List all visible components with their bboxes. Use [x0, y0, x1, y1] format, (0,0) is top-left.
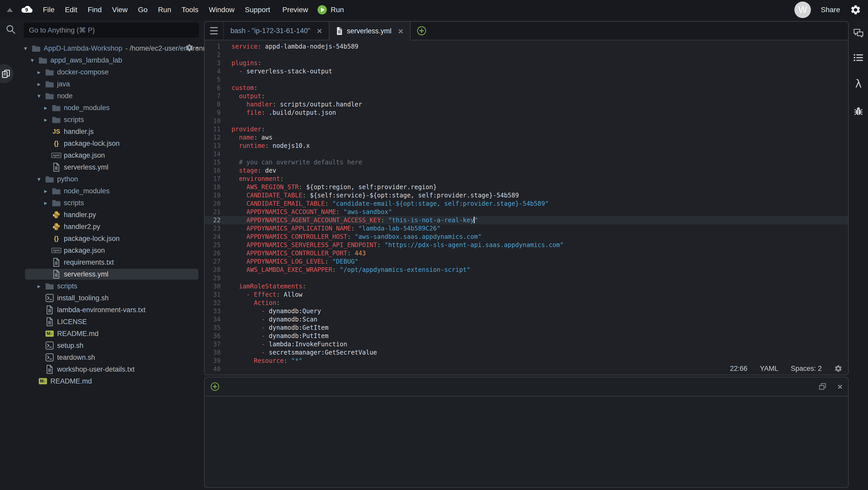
caret-open-icon[interactable]: ▾ [37, 93, 45, 99]
code-line-38[interactable]: 38 - secretsmanager:GetSecretValue [205, 348, 848, 357]
tree-item-teardown-sh[interactable]: teardown.sh [0, 351, 204, 363]
code-line-1[interactable]: 1service: appd-lambda-nodejs-54b589 [205, 42, 848, 51]
code-line-20[interactable]: 20 CANDIDATE_EMAIL_TABLE: "candidate-ema… [205, 200, 848, 208]
caret-closed-icon[interactable]: ▸ [44, 116, 52, 123]
code-line-17[interactable]: 17 environment: [205, 175, 848, 183]
tree-item-node-modules[interactable]: ▸node_modules [0, 102, 204, 114]
menu-item-window[interactable]: Window [204, 6, 240, 14]
tree-item-java[interactable]: ▸java [0, 78, 204, 90]
restore-panel-button[interactable] [818, 382, 827, 391]
code-line-6[interactable]: 6custom: [205, 84, 848, 92]
collapse-triangle-icon[interactable] [7, 8, 13, 12]
tree-item-node-modules[interactable]: ▸node_modules [0, 185, 204, 197]
code-line-15[interactable]: 15 # you can overwrite defaults here [205, 158, 848, 166]
close-icon[interactable]: × [317, 26, 322, 35]
code-line-23[interactable]: 23 APPDYNAMICS_APPLICATION_NAME: "lambda… [205, 224, 848, 233]
menu-item-go[interactable]: Go [133, 6, 153, 14]
code-line-14[interactable]: 14 [205, 150, 848, 158]
tree-item-scripts[interactable]: ▸scripts [0, 197, 204, 209]
code-line-8[interactable]: 8 handler: scripts/output.handler [205, 100, 848, 109]
tree-item-workshop-user-details-txt[interactable]: workshop-user-details.txt [0, 363, 204, 375]
add-console-tab-button[interactable] [210, 382, 220, 391]
tree-item-scripts[interactable]: ▸scripts [0, 114, 204, 126]
code-line-9[interactable]: 9 file: .build/output.json [205, 109, 848, 117]
tree-item-install-tooling-sh[interactable]: install_tooling.sh [0, 292, 204, 304]
code-line-18[interactable]: 18 AWS_REGION_STR: ${opt:region, self:pr… [205, 183, 848, 191]
tree-item-handler2-py[interactable]: handler2.py [0, 221, 204, 233]
tree-item-setup-sh[interactable]: setup.sh [0, 340, 204, 351]
tree-item-package-json[interactable]: npmpackage.json [0, 244, 204, 256]
caret-open-icon[interactable]: ▾ [31, 57, 38, 64]
share-button[interactable]: Share [821, 6, 840, 14]
tree-item-requirements-txt[interactable]: requirements.txt [0, 256, 204, 268]
menu-item-run[interactable]: Run [153, 6, 176, 14]
code-line-10[interactable]: 10 [205, 117, 848, 125]
code-line-13[interactable]: 13 runtime: nodejs10.x [205, 142, 848, 150]
caret-closed-icon[interactable]: ▸ [37, 69, 45, 76]
code-line-30[interactable]: 30 iamRoleStatements: [205, 282, 848, 290]
outline-icon[interactable] [853, 53, 864, 62]
close-icon[interactable]: × [398, 27, 403, 35]
tree-item-readme-md[interactable]: M↓README.md [0, 375, 204, 387]
syntax-mode[interactable]: YAML [760, 365, 778, 373]
caret-closed-icon[interactable]: ▸ [44, 104, 52, 112]
tree-item-serverless-yml[interactable]: serverless.yml [0, 161, 204, 173]
console-body[interactable] [205, 396, 848, 488]
debugger-bug-icon[interactable] [854, 106, 863, 116]
code-line-35[interactable]: 35 - dynamodb:GetItem [205, 324, 848, 332]
code-line-21[interactable]: 21 APPDYNAMICS_ACCOUNT_NAME: "aws-sandbo… [205, 208, 848, 216]
tree-item-license[interactable]: LICENSE [0, 316, 204, 328]
code-line-34[interactable]: 34 - dynamodb:Scan [205, 315, 848, 324]
code-line-29[interactable]: 29 [205, 274, 848, 282]
code-line-2[interactable]: 2 [205, 51, 848, 59]
code-line-33[interactable]: 33 - dynamodb:Query [205, 307, 848, 315]
caret-closed-icon[interactable]: ▸ [44, 200, 52, 207]
tab-terminal[interactable]: bash - "ip-172-31-61-140"× [224, 22, 330, 40]
code-line-11[interactable]: 11provider: [205, 125, 848, 133]
tab-list-menu-icon[interactable] [205, 22, 224, 40]
collaborate-chat-icon[interactable] [853, 28, 864, 38]
menu-item-tools[interactable]: Tools [177, 6, 204, 14]
preferences-gear-icon[interactable] [850, 4, 861, 16]
caret-closed-icon[interactable]: ▸ [37, 283, 45, 290]
tab-serverless-yml[interactable]: serverless.yml× [330, 22, 410, 40]
code-line-26[interactable]: 26 APPDYNAMICS_CONTROLLER_PORT: 443 [205, 249, 848, 257]
tree-item-handler-js[interactable]: JShandler.js [0, 126, 204, 137]
code-line-3[interactable]: 3plugins: [205, 59, 848, 67]
new-tab-button[interactable] [410, 22, 433, 40]
code-line-28[interactable]: 28 AWS_LAMBDA_EXEC_WRAPPER: "/opt/appdyn… [205, 266, 848, 274]
tree-item-appd-aws-lambda-lab[interactable]: ▾appd_aws_lambda_lab [0, 54, 204, 66]
code-line-37[interactable]: 37 - lambda:InvokeFunction [205, 340, 848, 348]
code-line-31[interactable]: 31 - Effect: Allow [205, 290, 848, 299]
code-line-25[interactable]: 25 APPDYNAMICS_SERVERLESS_API_ENDPOINT: … [205, 241, 848, 249]
tree-item-node[interactable]: ▾node [0, 90, 204, 102]
code-line-5[interactable]: 5 [205, 75, 848, 84]
code-editor[interactable]: 1service: appd-lambda-nodejs-54b58923plu… [205, 40, 848, 375]
tree-item-readme-md[interactable]: M↓README.md [0, 328, 204, 340]
code-line-39[interactable]: 39 Resource: "*" [205, 357, 848, 365]
caret-open-icon[interactable]: ▾ [37, 176, 45, 183]
tree-item-handler-py[interactable]: handler.py [0, 209, 204, 221]
code-line-19[interactable]: 19 CANDIDATE_TABLE: ${self:service}-${op… [205, 191, 848, 200]
code-line-4[interactable]: 4 - serverless-stack-output [205, 67, 848, 75]
aws-resources-lambda-icon[interactable]: λ [855, 78, 862, 90]
user-avatar[interactable]: W [795, 2, 811, 18]
code-line-7[interactable]: 7 output: [205, 92, 848, 100]
tree-item-package-json[interactable]: npmpackage.json [0, 149, 204, 161]
tree-item-appd-lambda-workshop[interactable]: ▾AppD-Lambda-Workshop- /home/ec2-user/en… [0, 42, 204, 54]
tree-item-python[interactable]: ▾python [0, 173, 204, 185]
caret-closed-icon[interactable]: ▸ [37, 81, 45, 88]
editor-settings-gear-icon[interactable] [834, 364, 842, 373]
tree-item-package-lock-json[interactable]: {}package-lock.json [0, 233, 204, 244]
tree-item-serverless-yml[interactable]: serverless.yml [0, 268, 204, 280]
menu-item-find[interactable]: Find [83, 6, 107, 14]
menu-item-view[interactable]: View [107, 6, 133, 14]
cursor-position[interactable]: 22:66 [730, 365, 748, 373]
run-button[interactable]: Run [317, 5, 344, 15]
cloud9-logo-icon[interactable]: 9 [21, 5, 33, 14]
tree-item-scripts[interactable]: ▸scripts [0, 280, 204, 292]
tree-item-package-lock-json[interactable]: {}package-lock.json [0, 137, 204, 149]
caret-open-icon[interactable]: ▾ [24, 45, 31, 52]
code-line-27[interactable]: 27 APPDYNAMICS_LOG_LEVEL: "DEBUG" [205, 257, 848, 266]
tab-size[interactable]: Spaces: 2 [791, 365, 822, 373]
